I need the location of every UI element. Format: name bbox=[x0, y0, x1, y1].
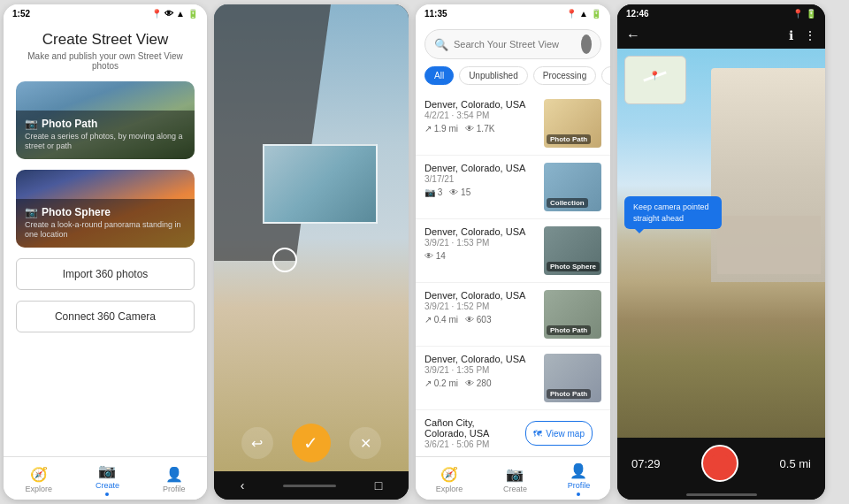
eye-icon: 👁 bbox=[164, 9, 173, 19]
filter-published[interactable]: Published bbox=[601, 66, 610, 85]
item-thumbnail: Photo Sphere bbox=[544, 226, 601, 275]
item-thumbnail: Photo Path bbox=[544, 290, 601, 339]
recording-bottom-bar: 07:29 0.5 mi bbox=[617, 438, 825, 489]
item-thumbnail: Collection bbox=[544, 163, 601, 211]
camera-controls: ↩ ✓ ✕ bbox=[214, 424, 409, 462]
location-icon-3: 📍 bbox=[566, 9, 577, 19]
list-item[interactable]: Denver, Colorado, USA 3/17/21 📷 3 👁 15 C… bbox=[416, 156, 610, 219]
item-info: Cañon City, Colorado, USA 3/6/21 · 5:06 … bbox=[424, 417, 509, 449]
photo-path-desc: Create a series of photos, by moving alo… bbox=[25, 132, 186, 152]
count-icon: 📷 3 bbox=[424, 187, 442, 197]
item-thumbnail: Photo Path bbox=[544, 99, 601, 148]
photo-path-title: 📷 Photo Path bbox=[25, 118, 186, 130]
battery-icon-3: 🔋 bbox=[591, 9, 601, 19]
battery-icon-4: 🔋 bbox=[806, 9, 816, 19]
create-icon-1: 📷 bbox=[98, 462, 116, 479]
nav-active-dot-3 bbox=[577, 493, 580, 496]
views-icon: 👁 15 bbox=[449, 187, 470, 197]
trending-icon: ↗ 0.4 mi bbox=[424, 315, 458, 325]
phone-street-view-list: 11:35 📍 ▲ 🔋 🔍 All Unpublished Processing… bbox=[416, 4, 610, 500]
user-avatar bbox=[581, 34, 592, 54]
import-360-button[interactable]: Import 360 photos bbox=[16, 258, 195, 290]
filter-processing[interactable]: Processing bbox=[533, 66, 596, 85]
views-icon: 👁 14 bbox=[424, 251, 446, 261]
item-info: Denver, Colorado, USA 3/9/21 · 1:35 PM ↗… bbox=[424, 354, 537, 402]
confirm-button[interactable]: ✓ bbox=[292, 424, 331, 462]
bottom-nav-1: 🧭 Explore 📷 Create 👤 Profile bbox=[4, 456, 207, 500]
status-time-3: 11:35 bbox=[424, 9, 447, 19]
photo-path-card[interactable]: 📷 Photo Path Create a series of photos, … bbox=[16, 81, 195, 159]
camera-background bbox=[617, 49, 825, 438]
list-item[interactable]: Denver, Colorado, USA 3/9/21 · 1:53 PM 👁… bbox=[416, 219, 610, 283]
cancel-capture-button[interactable]: ✕ bbox=[349, 427, 381, 459]
filter-unpublished[interactable]: Unpublished bbox=[459, 66, 528, 85]
item-info: Denver, Colorado, USA 3/9/21 · 1:53 PM 👁… bbox=[424, 226, 537, 275]
photo-frame bbox=[263, 144, 378, 224]
wifi-icon-3: ▲ bbox=[579, 9, 588, 19]
phone-create-street-view: 1:52 📍 👁 ▲ 🔋 Create Street View Make and… bbox=[4, 4, 207, 500]
camera-icon-1: 📷 bbox=[25, 118, 38, 130]
info-icon[interactable]: ℹ bbox=[789, 28, 793, 42]
explore-icon-3: 🧭 bbox=[440, 466, 458, 483]
recents-button-2[interactable]: □ bbox=[375, 478, 382, 493]
search-bar[interactable]: 🔍 bbox=[424, 29, 601, 59]
phone-photo-capture: ↩ ✓ ✕ ‹ □ bbox=[214, 4, 409, 500]
explore-icon-1: 🧭 bbox=[30, 466, 48, 483]
nav-explore-3[interactable]: 🧭 Explore bbox=[436, 466, 463, 493]
search-input[interactable] bbox=[454, 39, 576, 50]
nav-create-3[interactable]: 📷 Create bbox=[503, 466, 527, 493]
nav-active-dot bbox=[105, 493, 109, 496]
list-item[interactable]: Denver, Colorado, USA 3/9/21 · 1:35 PM ↗… bbox=[416, 347, 610, 410]
android-nav-bar-4 bbox=[617, 489, 825, 500]
location-icon-4: 📍 bbox=[792, 9, 803, 19]
item-info: Denver, Colorado, USA 4/2/21 · 3:54 PM ↗… bbox=[424, 99, 537, 148]
filter-all[interactable]: All bbox=[424, 66, 454, 85]
nav-profile-3[interactable]: 👤 Profile bbox=[568, 462, 591, 496]
camera-bg bbox=[214, 4, 409, 471]
connect-360-camera-button[interactable]: Connect 360 Camera bbox=[16, 301, 195, 332]
filter-tabs: All Unpublished Processing Published bbox=[416, 66, 610, 92]
target-circle bbox=[272, 248, 297, 272]
trending-icon: ↗ 1.9 mi bbox=[424, 124, 458, 134]
wifi-icon: ▲ bbox=[176, 9, 185, 19]
search-icon: 🔍 bbox=[434, 38, 448, 51]
back-button-2[interactable]: ‹ bbox=[241, 478, 245, 493]
view-map-button[interactable]: 🗺 View map bbox=[525, 421, 593, 446]
status-icons-1: 📍 👁 ▲ 🔋 bbox=[151, 9, 198, 19]
status-icons-4: 📍 🔋 bbox=[792, 9, 816, 19]
status-time-4: 12:46 bbox=[626, 9, 649, 19]
photo-sphere-card[interactable]: 📷 Photo Sphere Create a look-a-round pan… bbox=[16, 170, 195, 248]
minimap-pin: 📍 bbox=[649, 71, 660, 80]
page-subtitle: Make and publish your own Street View ph… bbox=[16, 51, 195, 71]
profile-icon-1: 👤 bbox=[165, 466, 183, 483]
nav-create-1[interactable]: 📷 Create bbox=[96, 462, 119, 496]
home-indicator bbox=[283, 485, 336, 487]
back-button-4[interactable]: ← bbox=[626, 27, 640, 43]
record-inner bbox=[712, 455, 728, 471]
more-options-icon[interactable]: ⋮ bbox=[804, 28, 816, 42]
building-detail bbox=[717, 216, 822, 274]
list-item[interactable]: Denver, Colorado, USA 4/2/21 · 3:54 PM ↗… bbox=[416, 92, 610, 156]
stop-record-button[interactable] bbox=[701, 445, 738, 482]
views-icon: 👁 280 bbox=[465, 378, 491, 388]
camera-header: ← ℹ ⋮ bbox=[617, 22, 825, 49]
photo-sphere-desc: Create a look-a-round panorama standing … bbox=[25, 220, 186, 241]
phone-camera-recording: 12:46 📍 🔋 ← ℹ ⋮ 📍 Keep camera pointed st… bbox=[617, 4, 825, 500]
item-thumbnail: Photo Path bbox=[544, 354, 601, 402]
recording-timer: 07:29 bbox=[631, 457, 661, 470]
nav-profile-1[interactable]: 👤 Profile bbox=[163, 466, 186, 493]
location-icon: 📍 bbox=[151, 9, 162, 19]
recording-distance: 0.5 mi bbox=[780, 457, 811, 470]
status-bar-3: 11:35 📍 ▲ 🔋 bbox=[416, 4, 610, 22]
view-map-container: 🗺 View map bbox=[516, 417, 601, 449]
status-bar-4: 12:46 📍 🔋 bbox=[617, 4, 825, 22]
page-title: Create Street View bbox=[16, 31, 195, 49]
camera-view: 📍 Keep camera pointed straight ahead bbox=[617, 49, 825, 438]
list-item[interactable]: Cañon City, Colorado, USA 3/6/21 · 5:06 … bbox=[416, 410, 610, 456]
undo-button[interactable]: ↩ bbox=[241, 427, 273, 459]
minimap[interactable]: 📍 bbox=[624, 56, 686, 104]
nav-explore-1[interactable]: 🧭 Explore bbox=[25, 466, 52, 493]
create-icon-3: 📷 bbox=[506, 466, 524, 483]
list-item[interactable]: Denver, Colorado, USA 3/9/21 · 1:52 PM ↗… bbox=[416, 283, 610, 347]
header-actions: ℹ ⋮ bbox=[789, 28, 816, 42]
